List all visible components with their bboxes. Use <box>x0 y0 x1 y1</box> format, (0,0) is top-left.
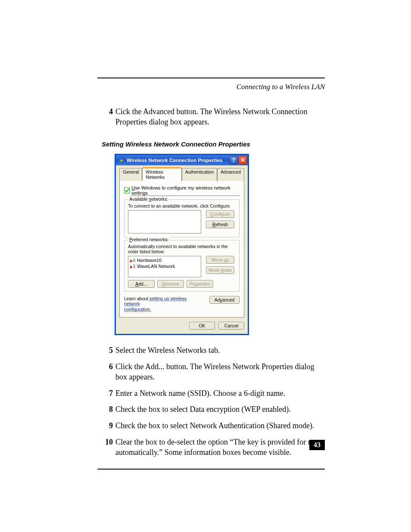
wireless-icon <box>118 157 125 163</box>
running-header: Connecting to a Wireless LAN <box>97 83 325 91</box>
preferred-networks-list[interactable]: Hardware10 WaveLAN Network <box>128 256 201 277</box>
step-number: 10 <box>97 437 115 458</box>
available-hint: To connect to an available network, clic… <box>128 203 236 208</box>
learn-row: Learn about setting up wireless networkc… <box>124 296 240 312</box>
available-networks-list[interactable] <box>128 210 201 233</box>
step-number: 6 <box>97 362 115 383</box>
properties-button[interactable]: Properties <box>187 280 213 288</box>
properties-dialog: Wireless Network Connection Properties ?… <box>115 154 249 336</box>
step-item: 8 Check the box to select Data encryptio… <box>97 404 325 415</box>
preferred-legend: Preferred networks: <box>128 237 170 242</box>
page-number: 43 <box>309 440 325 450</box>
preferred-networks-group: Preferred networks: Automatically connec… <box>124 240 240 292</box>
step-text: Cick the Advanced button. The Wireless N… <box>115 107 325 128</box>
use-windows-label: Use Windows to configure my wireless net… <box>131 185 240 196</box>
tab-authentication[interactable]: Authentication <box>182 168 218 181</box>
dialog-footer: OK Cancel <box>119 322 244 330</box>
step-item: 10 Clear the box to de-select the option… <box>97 437 325 458</box>
step-item: 4 Cick the Advanced button. The Wireless… <box>97 107 325 128</box>
figure-caption: Setting Wireless Network Connection Prop… <box>102 140 325 148</box>
tab-strip: General Wireless Networks Authentication… <box>119 168 244 181</box>
network-icon <box>130 258 135 262</box>
checkbox-checked-icon <box>124 187 130 193</box>
step-item: 5 Select the Wireless Networks tab. <box>97 345 325 356</box>
step-number: 4 <box>97 107 115 128</box>
document-page: Connecting to a Wireless LAN 4 Cick the … <box>0 0 411 532</box>
advanced-button[interactable]: Advanced <box>209 296 240 304</box>
ok-button[interactable]: OK <box>189 322 215 330</box>
step-text: Select the Wireless Networks tab. <box>115 345 325 356</box>
tab-panel: Use Windows to configure my wireless net… <box>119 180 244 318</box>
preferred-hint: Automatically connect to available netwo… <box>128 244 236 254</box>
cancel-button[interactable]: Cancel <box>218 322 244 330</box>
tab-general[interactable]: General <box>119 168 142 181</box>
step-item: 6 Click the Add... button. The Wireless … <box>97 362 325 383</box>
move-down-button[interactable]: Move down <box>206 266 234 274</box>
dialog-body: General Wireless Networks Authentication… <box>116 165 248 334</box>
step-number: 5 <box>97 345 115 356</box>
step-text: Enter a Network name (SSID). Choose a 6-… <box>115 389 325 399</box>
move-up-button[interactable]: Move up <box>206 256 234 264</box>
step-text: Check the box to select Network Authenti… <box>115 421 325 431</box>
step-text: Clear the box to de-select the option “T… <box>115 437 325 458</box>
add-button[interactable]: Add... <box>128 280 155 288</box>
tab-wireless-networks[interactable]: Wireless Networks <box>142 168 181 181</box>
step-item: 7 Enter a Network name (SSID). Choose a … <box>97 389 325 399</box>
step-item: 9 Check the box to select Network Authen… <box>97 421 325 431</box>
step-text: Check the box to select Data encryption … <box>115 404 325 415</box>
svg-point-0 <box>121 161 122 162</box>
use-windows-checkbox-row[interactable]: Use Windows to configure my wireless net… <box>124 185 240 196</box>
remove-button[interactable]: Remove <box>157 280 184 288</box>
help-button[interactable]: ? <box>229 156 238 165</box>
bottom-rule <box>97 469 325 470</box>
learn-text: Learn about setting up wireless networkc… <box>124 296 199 312</box>
list-item[interactable]: WaveLAN Network <box>129 263 200 269</box>
dialog-title: Wireless Network Connection Properties <box>127 158 222 163</box>
step-number: 8 <box>97 404 115 415</box>
step-number: 9 <box>97 421 115 431</box>
network-icon <box>130 264 135 268</box>
close-icon: ✕ <box>240 157 245 163</box>
tab-advanced[interactable]: Advanced <box>217 168 244 181</box>
refresh-button[interactable]: Refresh <box>206 221 234 228</box>
top-rule <box>97 78 325 78</box>
step-number: 7 <box>97 389 115 399</box>
available-networks-group: Available networks: To connect to an ava… <box>124 199 240 237</box>
help-icon: ? <box>232 157 236 164</box>
configure-button[interactable]: Configure <box>206 210 234 218</box>
available-legend: Available networks: <box>128 196 169 202</box>
dialog-titlebar[interactable]: Wireless Network Connection Properties ?… <box>116 155 248 165</box>
learn-link[interactable]: configuration. <box>124 307 151 312</box>
close-button[interactable]: ✕ <box>238 156 247 165</box>
step-text: Click the Add... button. The Wireless Ne… <box>115 362 325 383</box>
list-item[interactable]: Hardware10 <box>129 257 200 263</box>
